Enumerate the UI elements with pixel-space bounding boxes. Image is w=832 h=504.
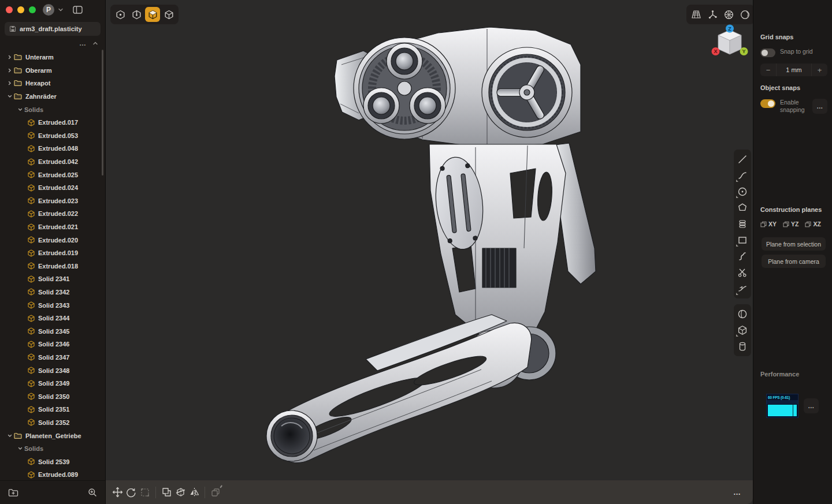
matcap-sphere-icon[interactable] <box>737 7 752 22</box>
chevron-icon[interactable] <box>6 94 14 99</box>
tree-item[interactable]: Solid 2345 <box>0 324 105 338</box>
construction-plane-button[interactable]: XZ <box>805 221 820 227</box>
tree-item[interactable]: Extruded.018 <box>0 260 105 273</box>
move-icon[interactable] <box>110 486 124 499</box>
view-cube[interactable]: Z X Y <box>711 24 748 61</box>
grid-icon[interactable] <box>689 7 704 22</box>
chevron-icon[interactable] <box>16 107 24 112</box>
scissors-icon[interactable] <box>735 264 750 281</box>
stacked-ellipses-icon[interactable] <box>735 216 750 232</box>
tree-item[interactable]: Solid 2346 <box>0 338 105 351</box>
tree-item[interactable]: Extruded.023 <box>0 195 105 208</box>
circle-center-icon[interactable] <box>735 184 750 200</box>
boolean-icon[interactable] <box>159 486 173 499</box>
tree-item[interactable]: Solid 2342 <box>0 286 105 299</box>
tree-item[interactable]: Solid 2341 <box>0 272 105 286</box>
chevron-icon[interactable] <box>6 55 14 59</box>
chevron-icon[interactable] <box>16 446 24 451</box>
duplicate-icon[interactable] <box>209 486 222 499</box>
object-snaps-more-button[interactable]: … <box>812 99 827 114</box>
tree-item[interactable]: Solid 2347 <box>0 351 105 364</box>
tree-more-button[interactable]: … <box>79 40 87 46</box>
tree-item[interactable]: Extruded.017 <box>0 116 105 129</box>
tree-item[interactable]: Oberarm <box>0 64 105 77</box>
tripod-icon[interactable] <box>705 7 720 22</box>
tree-item[interactable]: Solid 2351 <box>0 403 105 416</box>
body-select-icon[interactable] <box>161 7 176 22</box>
minimize-button[interactable] <box>17 6 24 13</box>
mirror-icon[interactable] <box>187 486 201 499</box>
face-select-icon[interactable] <box>145 7 160 22</box>
tree-item[interactable]: Extruded.022 <box>0 207 105 221</box>
cube-icon[interactable] <box>735 322 750 338</box>
construction-plane-action-button[interactable]: Plane from selection <box>762 237 826 251</box>
tree-item[interactable]: Zahnräder <box>0 90 105 103</box>
construction-plane-button[interactable]: YZ <box>783 221 798 227</box>
spoked-wheel-icon[interactable] <box>721 7 736 22</box>
snap-to-grid-toggle[interactable] <box>760 48 775 57</box>
tree-item[interactable]: Extruded.019 <box>0 247 105 260</box>
tree-item[interactable]: Extruded.021 <box>0 221 105 234</box>
tree-item[interactable]: Extruded.025 <box>0 168 105 181</box>
tree-scrollbar[interactable] <box>102 50 103 176</box>
curve-icon[interactable] <box>735 167 750 184</box>
rectangle-icon[interactable] <box>735 232 750 248</box>
chevron-icon[interactable] <box>6 81 14 85</box>
tree-item[interactable]: Extruded.042 <box>0 155 105 169</box>
line-icon[interactable] <box>735 151 750 167</box>
tree-item[interactable]: Hexapot <box>0 77 105 90</box>
viewport-canvas[interactable] <box>106 0 753 480</box>
offset-curve-icon[interactable] <box>735 281 750 297</box>
scale-icon[interactable] <box>138 486 152 499</box>
zoom-button[interactable] <box>29 6 36 13</box>
rotate-icon[interactable] <box>124 486 138 499</box>
construction-plane-action-button[interactable]: Plane from camera <box>762 255 826 268</box>
enable-snapping-toggle[interactable] <box>760 99 775 108</box>
chevron-icon[interactable] <box>6 68 14 73</box>
tree-item[interactable]: Solid 2539 <box>0 455 105 468</box>
tree-item[interactable]: Solid 2350 <box>0 390 105 403</box>
viewport[interactable]: Z X Y <box>106 0 753 504</box>
tree-item[interactable]: Solids <box>0 103 105 116</box>
tree-item[interactable]: Solid 2344 <box>0 312 105 325</box>
toolbar-more-button[interactable]: … <box>733 488 748 496</box>
tree-item[interactable]: Extruded.020 <box>0 233 105 247</box>
sphere-icon[interactable] <box>735 306 750 322</box>
sidebar-toggle-icon[interactable] <box>73 6 83 14</box>
chevron-icon[interactable] <box>6 434 14 438</box>
tree-item[interactable]: Solid 2349 <box>0 377 105 390</box>
tree-item[interactable]: Extruded.053 <box>0 129 105 143</box>
performance-more-button[interactable]: … <box>804 398 819 413</box>
spline-icon[interactable] <box>735 248 750 264</box>
decrement-button[interactable]: − <box>760 64 776 76</box>
chevron-up-icon[interactable] <box>92 40 98 46</box>
cut-icon[interactable] <box>173 486 187 499</box>
tree-item[interactable]: Extruded.024 <box>0 181 105 195</box>
tree-item[interactable]: Solid 2348 <box>0 364 105 377</box>
polygon-icon[interactable] <box>735 200 750 216</box>
search-icon[interactable] <box>88 488 97 497</box>
tree-item-label: Solid 2347 <box>38 354 69 361</box>
edge-select-icon[interactable] <box>129 7 144 22</box>
model-robotic-arm[interactable] <box>266 27 596 462</box>
tree-item[interactable]: Solids <box>0 442 105 456</box>
chevron-down-icon[interactable] <box>58 7 64 13</box>
transform-toolbar: … <box>106 480 753 504</box>
tree-item[interactable]: Extruded.089 <box>0 468 105 480</box>
tree-item[interactable]: Unterarm <box>0 51 105 64</box>
increment-button[interactable]: + <box>812 64 827 76</box>
svg-text:Z: Z <box>728 26 731 32</box>
app-logo[interactable]: P <box>43 4 54 16</box>
file-name-box[interactable]: arm3_draft.plasticity <box>5 22 101 36</box>
solid-cube-icon <box>28 223 35 231</box>
tree-item[interactable]: Solid 2343 <box>0 298 105 312</box>
grid-size-value[interactable]: 1 mm <box>776 64 812 76</box>
tree-item[interactable]: Extruded.048 <box>0 142 105 155</box>
new-folder-icon[interactable] <box>8 488 18 497</box>
cylinder-icon[interactable] <box>735 338 750 354</box>
close-button[interactable] <box>6 6 13 13</box>
tree-item[interactable]: Solid 2352 <box>0 416 105 430</box>
construction-plane-button[interactable]: XY <box>760 221 777 227</box>
vertex-select-icon[interactable] <box>113 7 128 22</box>
tree-item[interactable]: Planeten_Getriebe <box>0 429 105 442</box>
